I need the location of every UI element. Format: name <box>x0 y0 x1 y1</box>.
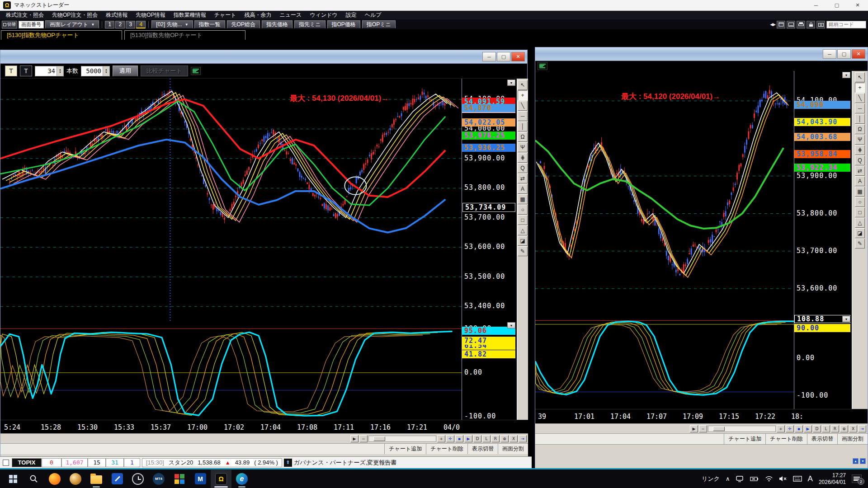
firefox-icon[interactable] <box>44 470 65 488</box>
count-stepper[interactable]: 5000▲▼ <box>81 66 110 76</box>
menu-item-4[interactable]: 先物OP情報 <box>132 11 169 19</box>
tick-button-active[interactable]: T <box>5 66 17 76</box>
tab-2[interactable]: [5130]指数先物OPチャート <box>124 30 245 40</box>
screen-layout-dropdown[interactable]: 画面レイアウト▼ <box>45 20 99 28</box>
text-tool[interactable]: A <box>518 184 528 194</box>
eraser-tool[interactable]: ◪ <box>518 236 528 246</box>
menu-item-1[interactable]: 株式注文・照会 <box>2 11 48 19</box>
scroll-button[interactable]: X <box>849 425 857 432</box>
toolbar-button-2[interactable]: 先OP総合 <box>227 20 260 28</box>
maximize-button[interactable]: ▢ <box>837 49 851 59</box>
symbol-code-input[interactable] <box>826 21 866 28</box>
screen-button-3[interactable]: 3 <box>126 21 135 28</box>
toolbar-button-1[interactable]: 指数一覧 <box>194 20 225 28</box>
left-oscillator-chart[interactable] <box>0 321 462 420</box>
scroll-button[interactable]: R <box>491 435 500 442</box>
vline-tool[interactable]: │ <box>855 114 865 124</box>
clock-app-icon[interactable] <box>127 470 148 488</box>
menu-item-11[interactable]: ヘルプ <box>361 11 386 19</box>
start-button[interactable] <box>3 470 24 488</box>
left-window-titlebar[interactable]: ─ ▢ ✕ <box>0 50 527 64</box>
screen-button-2[interactable]: 2 <box>115 21 125 28</box>
menu-item-7[interactable]: 残高・余力 <box>241 11 276 19</box>
apps-grid-icon[interactable] <box>169 470 190 488</box>
keyboard-icon[interactable] <box>787 21 795 28</box>
left-price-chart[interactable] <box>0 79 462 321</box>
ellipse-tool[interactable]: ○ <box>855 197 865 207</box>
quote-list-tool[interactable]: Q <box>855 155 865 165</box>
channel-tool[interactable]: ⋕ <box>518 153 528 163</box>
notification-icon[interactable]: 2 <box>852 474 862 483</box>
scroll-button[interactable]: ▪ <box>455 435 463 442</box>
status-checkbox[interactable] <box>3 460 9 466</box>
screen-button-4[interactable]: 4 <box>136 21 146 28</box>
apply-button[interactable]: 適用 <box>113 66 138 76</box>
scroll-button[interactable]: ▪ <box>795 425 803 432</box>
scroll-button[interactable]: ⊕ <box>500 435 509 442</box>
crosshair-tool[interactable]: + <box>518 90 528 100</box>
menu-item-5[interactable]: 指数業種情報 <box>170 11 210 19</box>
scrollbar-thumb[interactable] <box>713 427 725 431</box>
grid-tool[interactable]: ▦ <box>855 187 865 197</box>
grid-tool[interactable]: ▦ <box>518 194 528 204</box>
fibonacci-fan-tool[interactable]: Ψ <box>518 142 528 152</box>
mute-speaker-icon[interactable] <box>779 476 787 482</box>
display-icon[interactable] <box>736 476 744 482</box>
journal-app-icon[interactable] <box>107 470 127 488</box>
scroll-button[interactable]: − <box>699 425 707 432</box>
eraser-tool[interactable]: ◪ <box>855 228 865 238</box>
right-price-chart[interactable] <box>535 71 794 315</box>
scroll-button[interactable]: + <box>437 435 445 442</box>
alert-bell-tool[interactable]: Ω <box>855 124 865 134</box>
scroll-button[interactable]: ▶ <box>464 435 472 442</box>
axis-dropdown-button[interactable]: ▼ <box>842 72 850 78</box>
search-button[interactable] <box>24 470 44 488</box>
camera-icon[interactable] <box>816 21 825 28</box>
battery-icon[interactable] <box>750 476 759 482</box>
scroll-button[interactable]: L <box>482 435 491 442</box>
quote-list-tool[interactable]: Q <box>518 163 528 173</box>
rect-tool[interactable]: □ <box>855 207 865 217</box>
period-stepper[interactable]: 34▲▼ <box>35 66 64 76</box>
hline-tool[interactable]: ─ <box>518 111 528 121</box>
alert-bell-tool[interactable]: Ω <box>518 132 528 142</box>
m-app-icon[interactable]: M <box>190 470 211 488</box>
scroll-button[interactable]: + <box>777 425 785 432</box>
triangle-tool[interactable]: △ <box>855 218 865 228</box>
triangle-tool[interactable]: △ <box>518 225 528 235</box>
scroll-button[interactable]: ▶ <box>804 425 812 432</box>
reverse-arrows-tool[interactable]: ⇄ <box>855 166 865 176</box>
scrollbar-track[interactable] <box>368 436 436 442</box>
chart-add-button[interactable]: チャート追加 <box>384 444 426 454</box>
text-tool[interactable]: A <box>855 176 865 186</box>
menu-item-10[interactable]: 設定 <box>342 11 361 19</box>
printer-icon[interactable] <box>797 21 805 28</box>
menu-item-2[interactable]: 先物OP注文・照会 <box>48 11 102 19</box>
wifi-icon[interactable] <box>765 476 773 482</box>
crosshair-tool[interactable]: + <box>855 83 865 93</box>
chart-remove-button[interactable]: チャート削除 <box>426 444 467 454</box>
scroll-button[interactable]: ▶ <box>690 425 698 432</box>
close-button[interactable]: ✕ <box>852 49 865 59</box>
menu-item-8[interactable]: ニュース <box>276 11 306 19</box>
ellipse-tool[interactable]: ○ <box>518 205 528 215</box>
menu-item-3[interactable]: 株式情報 <box>102 11 132 19</box>
text-eraser-tool[interactable]: ✎ <box>518 246 528 256</box>
toolbar-button-4[interactable]: 指先ミニ <box>294 20 326 28</box>
scroll-button[interactable]: ⊕ <box>840 425 848 432</box>
scroll-button[interactable]: ▶ <box>350 435 359 442</box>
lock-icon[interactable] <box>807 21 815 28</box>
news-ticker[interactable]: ガバナンス・パートナーズ,変更報告書 <box>294 459 396 467</box>
scroll-button[interactable]: ⇥ <box>519 435 527 442</box>
right-window-titlebar[interactable]: ─ ▢ ✕ <box>535 47 868 61</box>
mail-app-icon[interactable] <box>65 470 86 488</box>
tick-button[interactable]: T <box>20 66 32 76</box>
screen-split-button[interactable]: 画面分割 <box>498 444 528 454</box>
vline-tool[interactable]: │ <box>518 122 528 131</box>
scrollbar-thumb[interactable] <box>373 436 385 441</box>
axis-dropdown-button[interactable]: ▼ <box>507 322 515 328</box>
right-oscillator-chart[interactable] <box>535 315 794 409</box>
tray-chevron-icon[interactable]: ∧ <box>726 475 730 482</box>
close-button[interactable]: ✕ <box>511 52 525 61</box>
maximize-button[interactable]: ▢ <box>497 52 510 61</box>
